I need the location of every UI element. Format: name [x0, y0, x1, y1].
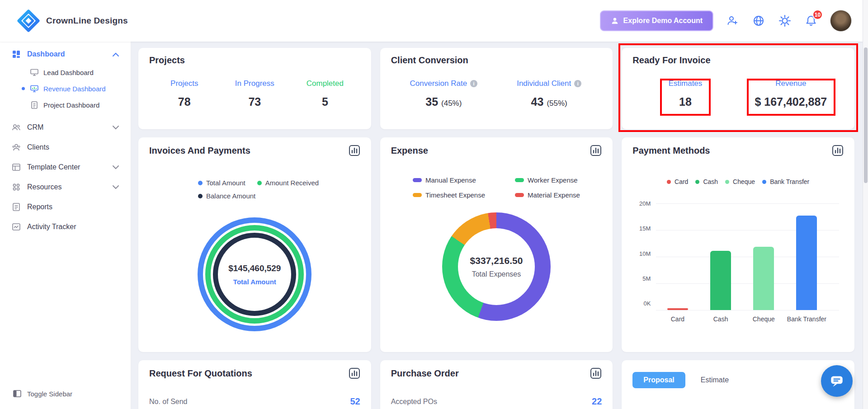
legend-dot [198, 194, 203, 198]
sidebar-item-project-dashboard[interactable]: Project Dashboard [0, 97, 131, 113]
legend: Manual Expense Worker Expense Timesheet … [391, 176, 602, 199]
sidebar-item-resources[interactable]: Resources [0, 177, 131, 197]
stat-label: Individual Client [517, 79, 571, 88]
info-icon[interactable] [574, 80, 581, 87]
kv-row: No. of Send 52 [149, 396, 360, 407]
stats-row: Projects Projects 78 In Progress 73 Comp… [138, 48, 854, 129]
page-scrollbar [863, 0, 868, 409]
revenue-monitor-icon [30, 84, 39, 93]
card-title: Ready For Invoice [632, 55, 710, 66]
sidebar-item-label: Resources [27, 183, 61, 191]
tab-proposal[interactable]: Proposal [632, 372, 685, 388]
bar-chart-icon[interactable] [349, 367, 360, 379]
sidebar-toggle-icon [13, 389, 22, 398]
stat-projects: Projects 78 [149, 79, 220, 108]
client-conversion-card: Client Conversion Conversion Rate 35 (45… [380, 48, 613, 129]
stat-value: 18 [632, 95, 738, 108]
bar-chart-icon[interactable] [349, 145, 360, 156]
chart-center-label: $337,216.50 Total Expenses [442, 212, 551, 321]
chat-fab-button[interactable] [821, 365, 853, 397]
person-add-icon [726, 14, 739, 27]
bottom-row: Request For Quotations No. of Send 52 Pu… [138, 360, 854, 409]
crownline-logo-icon [16, 9, 41, 33]
sidebar-item-label: Reports [27, 203, 52, 211]
legend: Card Cash Cheque Bank Transfer [632, 178, 844, 185]
globe-icon [752, 14, 765, 27]
sidebar-item-label: Template Center [27, 163, 80, 171]
notifications-button[interactable]: 10 [804, 14, 818, 28]
card-title: Invoices And Payments [149, 146, 250, 156]
header-actions: Explore Demo Account [600, 10, 852, 32]
expense-donut: $337,216.50 Total Expenses [442, 212, 551, 321]
brand-logo[interactable]: CrownLine Designs [16, 9, 128, 33]
legend-item: Manual Expense [413, 176, 485, 184]
stat-revenue: Revenue $ 167,402,887 [738, 79, 844, 108]
legend-item: Bank Transfer [762, 178, 809, 185]
sidebar-item-revenue-dashboard[interactable]: Revenue Dashboard [0, 80, 131, 97]
gear-icon [778, 14, 791, 27]
expense-card: Expense Manual Expense Worker Expense Ti… [380, 137, 613, 352]
legend-item: Cheque [725, 178, 755, 185]
legend-dot [695, 180, 699, 184]
chevron-down-icon [113, 165, 119, 169]
explore-demo-label: Explore Demo Account [623, 17, 703, 25]
monitor-icon [30, 68, 39, 77]
payment-bar-chart: 20M 15M 10M 5M 0K [632, 203, 844, 310]
sidebar-item-dashboard[interactable]: Dashboard [0, 44, 131, 64]
stat-value: 35 (45%) [391, 95, 496, 108]
chevron-up-icon [113, 52, 119, 56]
kv-label: Accepted POs [391, 398, 437, 406]
bar-cheque [753, 247, 774, 310]
request-for-quotations-card: Request For Quotations No. of Send 52 [138, 360, 371, 409]
kv-value: 52 [350, 396, 360, 407]
card-title: Request For Quotations [149, 368, 252, 379]
bar-chart-icon[interactable] [590, 145, 602, 156]
legend-item: Balance Amount [198, 192, 255, 200]
language-button[interactable] [751, 14, 766, 28]
legend-dot [257, 181, 262, 185]
stat-value: $ 167,402,887 [738, 95, 844, 108]
avatar[interactable] [830, 10, 852, 32]
tab-estimate[interactable]: Estimate [690, 372, 740, 388]
scrollbar-thumb[interactable] [864, 47, 868, 183]
proposal-estimate-card: Proposal Estimate [622, 360, 854, 409]
explore-demo-button[interactable]: Explore Demo Account [600, 10, 713, 31]
add-user-button[interactable] [725, 14, 740, 28]
clipboard-icon [30, 100, 39, 109]
bar-chart-icon[interactable] [832, 145, 844, 156]
sidebar-item-activity-tracker[interactable]: Activity Tracker [0, 217, 131, 237]
legend-dot [515, 178, 524, 182]
gridline [656, 310, 839, 310]
legend-dot [413, 193, 422, 197]
sidebar: Dashboard Lead Dashboard Revenue Dashboa… [0, 42, 131, 409]
apps-icon [12, 183, 21, 192]
person-icon [611, 17, 619, 25]
sidebar-item-reports[interactable]: Reports [0, 197, 131, 217]
kv-value: 22 [592, 396, 602, 407]
legend-item: Cash [695, 178, 718, 185]
activity-chart-icon [12, 222, 21, 231]
bar-chart-icon[interactable] [590, 367, 602, 379]
legend-item: Total Amount [198, 179, 245, 187]
info-icon[interactable] [470, 80, 477, 87]
settings-button[interactable] [778, 14, 792, 28]
sidebar-item-lead-dashboard[interactable]: Lead Dashboard [0, 64, 131, 80]
sidebar-item-clients[interactable]: Clients [0, 137, 131, 157]
top-bar: CrownLine Designs Explore Demo Account [0, 0, 868, 42]
sidebar-item-label: Dashboard [27, 50, 65, 58]
bar-card [667, 308, 688, 310]
legend-item: Worker Expense [515, 176, 580, 184]
legend-item: Timesheet Expense [413, 191, 485, 199]
sidebar-item-crm[interactable]: CRM [0, 118, 131, 137]
report-document-icon [12, 202, 21, 212]
toggle-sidebar-button[interactable]: Toggle Sidebar [13, 389, 72, 398]
invoices-payments-card: Invoices And Payments Total Amount Amoun… [138, 137, 371, 352]
legend-dot [725, 180, 729, 184]
stat-conversion-rate: Conversion Rate 35 (45%) [391, 79, 496, 108]
sidebar-item-label: Activity Tracker [27, 223, 76, 231]
toggle-sidebar-label: Toggle Sidebar [27, 390, 72, 398]
template-icon [12, 163, 21, 172]
sidebar-item-label: Clients [27, 143, 49, 151]
plot-area [656, 203, 839, 310]
sidebar-item-template-center[interactable]: Template Center [0, 157, 131, 177]
